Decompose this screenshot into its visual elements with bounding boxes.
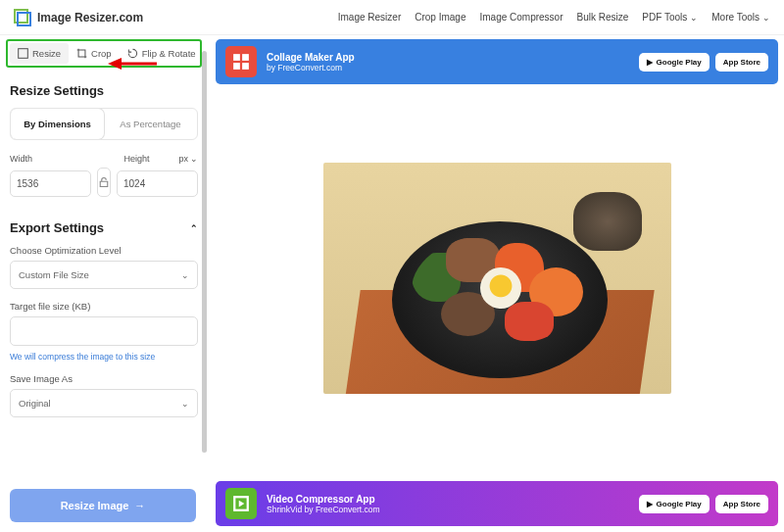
seg-as-percentage[interactable]: As Percentage bbox=[104, 109, 197, 139]
lock-aspect-button[interactable] bbox=[97, 168, 111, 197]
nav-bulk-resize[interactable]: Bulk Resize bbox=[577, 12, 629, 23]
svg-rect-5 bbox=[233, 63, 240, 70]
seg-by-dimensions[interactable]: By Dimensions bbox=[11, 109, 104, 139]
video-compress-icon bbox=[225, 488, 257, 519]
save-as-select[interactable]: Original ⌄ bbox=[10, 389, 198, 417]
optimization-value: Custom File Size bbox=[19, 269, 89, 280]
banner-video-compressor[interactable]: Video Compressor App ShrinkVid by FreeCo… bbox=[216, 481, 778, 526]
google-play-button[interactable]: ▶ Google Play bbox=[639, 495, 710, 513]
height-label: Height bbox=[123, 154, 149, 164]
target-size-label: Target file size (KB) bbox=[10, 301, 198, 312]
banner-title: Video Compressor App bbox=[267, 494, 629, 505]
image-preview[interactable] bbox=[216, 163, 778, 394]
optimization-label: Choose Optimization Level bbox=[10, 245, 198, 256]
resize-button-label: Resize Image bbox=[61, 500, 129, 511]
google-play-button[interactable]: ▶ Google Play bbox=[639, 53, 710, 72]
resize-settings-title: Resize Settings bbox=[10, 83, 198, 98]
chevron-down-icon: ⌄ bbox=[190, 154, 198, 164]
height-input[interactable] bbox=[117, 170, 198, 197]
unlock-icon bbox=[98, 176, 110, 188]
arrow-right-icon: → bbox=[134, 500, 145, 511]
sidebar-scrollbar[interactable] bbox=[202, 51, 207, 453]
tab-crop[interactable]: Crop bbox=[69, 43, 120, 64]
save-as-value: Original bbox=[19, 398, 51, 409]
chevron-down-icon: ⌄ bbox=[762, 13, 770, 23]
width-input[interactable] bbox=[10, 170, 91, 197]
nav-image-resizer[interactable]: Image Resizer bbox=[338, 12, 401, 23]
width-label: Width bbox=[10, 154, 32, 164]
tab-crop-label: Crop bbox=[91, 48, 112, 59]
target-size-input[interactable] bbox=[10, 316, 198, 346]
banner-subtitle: by FreeConvert.com bbox=[267, 63, 629, 73]
svg-rect-0 bbox=[19, 49, 28, 59]
resize-image-button[interactable]: Resize Image → bbox=[10, 489, 196, 522]
rotate-icon bbox=[127, 48, 138, 59]
optimization-select[interactable]: Custom File Size ⌄ bbox=[10, 261, 198, 289]
svg-rect-3 bbox=[233, 54, 240, 61]
tool-tabs: Resize Crop Flip & Rotate bbox=[6, 39, 202, 68]
chevron-down-icon: ⌄ bbox=[181, 270, 189, 280]
compress-note: We will compress the image to this size bbox=[10, 352, 198, 362]
main-canvas-area: Collage Maker App by FreeConvert.com ▶ G… bbox=[216, 39, 778, 526]
app-header: Image Resizer.com Image Resizer Crop Ima… bbox=[0, 0, 784, 35]
tab-resize-label: Resize bbox=[32, 48, 61, 59]
svg-rect-4 bbox=[242, 54, 249, 61]
resize-mode-segment: By Dimensions As Percentage bbox=[10, 108, 198, 140]
logo[interactable]: Image Resizer.com bbox=[14, 9, 143, 26]
resize-icon bbox=[18, 48, 28, 59]
preview-photo bbox=[323, 163, 671, 394]
svg-rect-6 bbox=[242, 63, 249, 70]
top-nav: Image Resizer Crop Image Image Compresso… bbox=[338, 12, 770, 23]
crop-icon bbox=[76, 48, 87, 59]
tab-flip-rotate[interactable]: Flip & Rotate bbox=[120, 43, 204, 64]
collage-icon bbox=[225, 46, 257, 77]
banner-title: Collage Maker App bbox=[267, 52, 629, 63]
chevron-up-icon: ⌃ bbox=[190, 223, 198, 233]
nav-crop-image[interactable]: Crop Image bbox=[415, 12, 466, 23]
svg-marker-8 bbox=[239, 501, 245, 508]
chevron-down-icon: ⌄ bbox=[181, 399, 189, 409]
save-as-label: Save Image As bbox=[10, 373, 198, 384]
tab-flip-label: Flip & Rotate bbox=[142, 48, 196, 59]
resize-settings-section: Resize Settings By Dimensions As Percent… bbox=[6, 68, 202, 205]
app-store-button[interactable]: App Store bbox=[715, 53, 768, 72]
export-settings-title[interactable]: Export Settings ⌃ bbox=[10, 220, 198, 235]
unit-select[interactable]: px ⌄ bbox=[178, 154, 198, 164]
logo-text: Image Resizer.com bbox=[37, 11, 143, 24]
tab-resize[interactable]: Resize bbox=[10, 43, 69, 64]
nav-image-compressor[interactable]: Image Compressor bbox=[479, 12, 563, 23]
sidebar: Resize Crop Flip & Rotate Resize Setting… bbox=[6, 39, 202, 425]
banner-subtitle: ShrinkVid by FreeConvert.com bbox=[267, 505, 629, 514]
export-settings-section: Export Settings ⌃ Choose Optimization Le… bbox=[6, 205, 202, 425]
banner-collage-maker[interactable]: Collage Maker App by FreeConvert.com ▶ G… bbox=[216, 39, 778, 84]
app-store-button[interactable]: App Store bbox=[715, 495, 768, 513]
chevron-down-icon: ⌄ bbox=[690, 13, 698, 23]
nav-pdf-tools[interactable]: PDF Tools ⌄ bbox=[642, 12, 698, 23]
logo-icon bbox=[14, 9, 31, 26]
nav-more-tools[interactable]: More Tools ⌄ bbox=[711, 12, 770, 23]
